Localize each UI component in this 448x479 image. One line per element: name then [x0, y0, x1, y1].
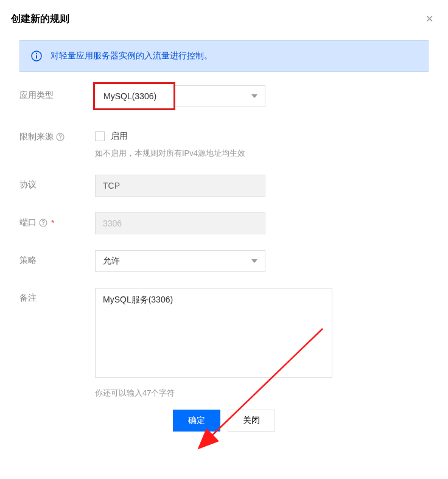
policy-select[interactable]: 允许	[95, 250, 265, 272]
label-app-type: 应用类型	[19, 85, 95, 101]
chevron-down-icon	[251, 94, 257, 98]
port-field: 3306	[95, 212, 265, 234]
policy-value: 允许	[103, 256, 120, 267]
restrict-source-checkbox[interactable]	[95, 131, 105, 141]
svg-rect-2	[36, 55, 37, 59]
confirm-button[interactable]: 确定	[173, 410, 220, 432]
dialog-header: 创建新的规则 ×	[11, 11, 437, 27]
help-icon[interactable]	[39, 219, 47, 227]
label-restrict-source: 限制来源	[19, 127, 95, 142]
svg-point-1	[36, 53, 37, 54]
help-icon[interactable]	[56, 133, 65, 141]
label-port: 端口 *	[19, 212, 95, 228]
label-policy: 策略	[19, 250, 95, 266]
highlight-annotation: MySQL(3306)	[93, 82, 175, 110]
restrict-source-checkbox-label: 启用	[111, 131, 128, 142]
chevron-down-icon	[251, 259, 257, 263]
label-protocol: 协议	[19, 175, 95, 191]
dialog-footer: 确定 关闭	[11, 405, 437, 442]
label-remark: 备注	[19, 288, 95, 304]
app-type-value: MySQL(3306)	[95, 84, 173, 108]
info-banner-text: 对轻量应用服务器实例的入流量进行控制。	[51, 51, 212, 61]
remark-char-hint: 你还可以输入47个字符	[95, 388, 429, 399]
remark-textarea[interactable]	[95, 288, 332, 378]
dialog-title: 创建新的规则	[11, 13, 69, 26]
svg-point-6	[43, 224, 44, 225]
protocol-field: TCP	[95, 175, 265, 197]
svg-point-4	[60, 138, 61, 139]
restrict-source-hint: 如不启用，本规则对所有IPv4源地址均生效	[95, 148, 429, 159]
required-mark: *	[51, 218, 54, 228]
close-icon[interactable]: ×	[422, 11, 437, 27]
info-icon	[31, 51, 42, 61]
info-banner: 对轻量应用服务器实例的入流量进行控制。	[19, 40, 429, 72]
close-button[interactable]: 关闭	[228, 410, 275, 432]
